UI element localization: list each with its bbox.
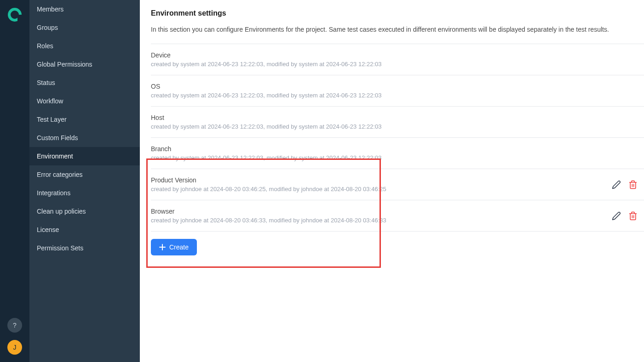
app-logo[interactable] — [7, 7, 22, 22]
environment-name: Product Version — [151, 176, 611, 184]
pencil-icon — [612, 180, 621, 189]
environment-item[interactable]: Browsercreated by johndoe at 2024-08-20 … — [151, 200, 644, 232]
page-title: Environment settings — [151, 9, 644, 17]
delete-button[interactable] — [627, 210, 638, 221]
sidebar-item-label: Permission Sets — [37, 244, 83, 252]
environment-item[interactable]: Product Versioncreated by johndoe at 202… — [151, 169, 644, 200]
trash-icon — [628, 211, 638, 221]
sidebar-item-global-permissions[interactable]: Global Permissions — [29, 55, 140, 74]
sidebar-item-label: Integrations — [37, 189, 70, 197]
environment-item[interactable]: OScreated by system at 2024-06-23 12:22:… — [151, 75, 644, 107]
help-button[interactable]: ? — [7, 318, 22, 333]
sidebar-item-members[interactable]: Members — [29, 0, 140, 18]
sidebar-item-label: Global Permissions — [37, 61, 92, 68]
environment-meta: created by system at 2024-06-23 12:22:03… — [151, 123, 644, 130]
sidebar-item-label: Workflow — [37, 97, 63, 105]
trash-icon — [628, 180, 638, 189]
environment-item[interactable]: Devicecreated by system at 2024-06-23 12… — [151, 44, 644, 75]
sidebar-item-label: Environment — [37, 153, 73, 160]
sidebar-item-label: Custom Fields — [37, 134, 78, 141]
sidebar-item-label: Test Layer — [37, 116, 67, 123]
sidebar-item-custom-fields[interactable]: Custom Fields — [29, 129, 140, 147]
sidebar-item-test-layer[interactable]: Test Layer — [29, 110, 140, 129]
svg-rect-1 — [17, 15, 22, 22]
environment-name: Branch — [151, 145, 644, 153]
environment-meta: created by system at 2024-06-23 12:22:03… — [151, 154, 644, 161]
sidebar-item-label: License — [37, 226, 59, 233]
sidebar-item-status[interactable]: Status — [29, 74, 140, 92]
sidebar-item-workflow[interactable]: Workflow — [29, 92, 140, 110]
sidebar-item-label: Error categories — [37, 171, 83, 178]
sidebar-item-roles[interactable]: Roles — [29, 37, 140, 55]
sidebar-item-label: Groups — [37, 24, 58, 31]
main-content: Environment settings In this section you… — [140, 0, 644, 362]
environment-item[interactable]: Branchcreated by system at 2024-06-23 12… — [151, 138, 644, 169]
sidebar-item-label: Roles — [37, 42, 53, 50]
environment-meta: created by system at 2024-06-23 12:22:03… — [151, 61, 644, 68]
create-button[interactable]: Create — [151, 239, 197, 255]
environment-item-content: Product Versioncreated by johndoe at 202… — [151, 176, 611, 192]
edit-button[interactable] — [611, 179, 622, 190]
environment-item[interactable]: Hostcreated by system at 2024-06-23 12:2… — [151, 107, 644, 138]
sidebar-item-clean-up-policies[interactable]: Clean up policies — [29, 202, 140, 221]
environment-item-content: Devicecreated by system at 2024-06-23 12… — [151, 51, 644, 68]
pencil-icon — [612, 211, 621, 221]
icon-rail-bottom: ? J — [7, 318, 22, 355]
delete-button[interactable] — [627, 179, 638, 190]
create-button-label: Create — [169, 243, 189, 251]
icon-rail: ? J — [0, 0, 29, 362]
avatar-initial: J — [13, 344, 17, 351]
sidebar-item-environment[interactable]: Environment — [29, 147, 140, 165]
sidebar-item-error-categories[interactable]: Error categories — [29, 165, 140, 184]
environment-meta: created by system at 2024-06-23 12:22:03… — [151, 92, 644, 99]
plus-icon — [159, 244, 166, 250]
icon-rail-top — [7, 7, 22, 318]
environment-item-content: Browsercreated by johndoe at 2024-08-20 … — [151, 208, 611, 224]
environment-meta: created by johndoe at 2024-08-20 03:46:3… — [151, 217, 611, 224]
environment-name: Device — [151, 51, 644, 59]
sidebar-item-permission-sets[interactable]: Permission Sets — [29, 239, 140, 257]
environment-actions — [611, 210, 644, 221]
sidebar-item-integrations[interactable]: Integrations — [29, 184, 140, 202]
environment-actions — [611, 179, 644, 190]
environment-item-content: Branchcreated by system at 2024-06-23 12… — [151, 145, 644, 161]
sidebar-item-label: Status — [37, 79, 55, 86]
environment-name: Browser — [151, 208, 611, 215]
environment-item-content: OScreated by system at 2024-06-23 12:22:… — [151, 83, 644, 99]
user-avatar[interactable]: J — [7, 340, 22, 355]
sidebar-item-label: Members — [37, 6, 63, 13]
page-description: In this section you can configure Enviro… — [151, 25, 644, 34]
sidebar-item-groups[interactable]: Groups — [29, 18, 140, 37]
sidebar-item-license[interactable]: License — [29, 221, 140, 239]
environment-item-content: Hostcreated by system at 2024-06-23 12:2… — [151, 114, 644, 130]
help-icon: ? — [13, 322, 17, 329]
sidebar-item-label: Clean up policies — [37, 208, 86, 215]
environment-name: OS — [151, 83, 644, 90]
edit-button[interactable] — [611, 210, 622, 221]
environment-meta: created by johndoe at 2024-08-20 03:46:2… — [151, 186, 611, 192]
environment-list: Devicecreated by system at 2024-06-23 12… — [151, 44, 644, 232]
sidebar: MembersGroupsRolesGlobal PermissionsStat… — [29, 0, 140, 362]
environment-name: Host — [151, 114, 644, 121]
main-inner: Environment settings In this section you… — [151, 9, 644, 255]
